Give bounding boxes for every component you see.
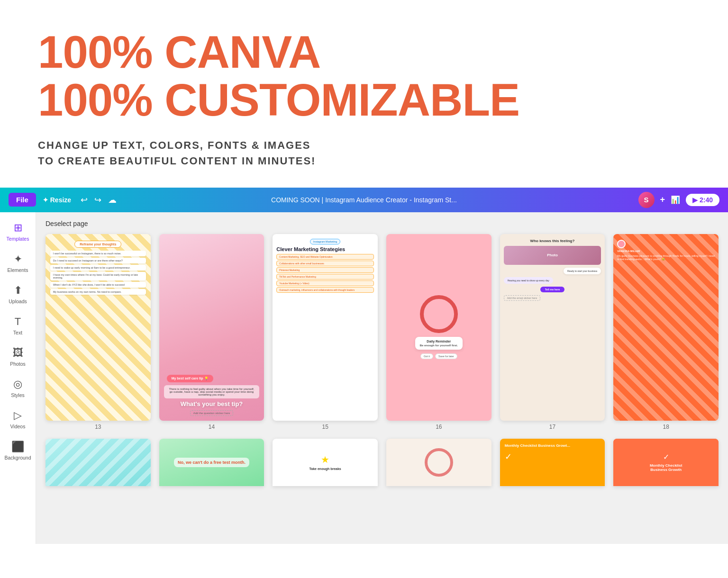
slide-b2[interactable]: No, we can't do a free test month. bbox=[159, 439, 264, 486]
slide-wrapper-b3: ★ Take enough breaks bbox=[273, 439, 378, 486]
slide-b5[interactable]: Monthly Checklist Business Growt... ✓ bbox=[500, 439, 605, 486]
slide-17[interactable]: Who knows this feeling? Photo Ready to s… bbox=[500, 234, 605, 421]
slide-b5-content: Monthly Checklist Business Growt... ✓ bbox=[500, 439, 605, 486]
templates-icon: ⊞ bbox=[14, 222, 22, 234]
toolbar-right: S + 📊 ▶ 2:40 bbox=[638, 192, 719, 208]
user-avatar[interactable]: S bbox=[638, 192, 655, 208]
slide-num-16: 16 bbox=[436, 424, 442, 430]
slide-15-tag: Pinterest Marketing bbox=[276, 267, 374, 273]
slide-num-14: 14 bbox=[209, 424, 215, 430]
checklist-icon: ✓ bbox=[505, 452, 601, 462]
slide-18-avatar bbox=[617, 240, 626, 248]
slide-num-13: 13 bbox=[95, 424, 101, 430]
toolbar-icons: ↩ ↪ ☁ bbox=[81, 195, 117, 205]
analytics-icon[interactable]: 📊 bbox=[671, 195, 680, 204]
slide-18-name: VANESSA MILLER bbox=[617, 250, 715, 253]
slide-b2-text: No, we can't do a free test month. bbox=[174, 458, 249, 467]
slide-17-cta-button[interactable]: Tell me here bbox=[540, 287, 565, 292]
resize-button[interactable]: ✦ Resize bbox=[43, 196, 71, 204]
slide-15-tag: Youtube Marketing (+ Video) bbox=[276, 280, 374, 286]
slide-13-items: I won't be successful on Instagram, ther… bbox=[50, 251, 146, 295]
slide-13-item: I have my own times where I'm at my best… bbox=[50, 272, 146, 280]
redo-icon[interactable]: ↪ bbox=[94, 195, 101, 205]
sidebar-item-uploads[interactable]: ⬆ Uploads bbox=[2, 280, 34, 309]
slide-15-tag: TikTok and Performance Marketing bbox=[276, 274, 374, 280]
slide-num-18: 18 bbox=[663, 424, 669, 430]
canvas-area: Deselect page Reframe your thoughts I wo… bbox=[36, 212, 728, 544]
slide-wrapper-13: Reframe your thoughts I won't be success… bbox=[46, 234, 151, 430]
file-menu[interactable]: File bbox=[9, 193, 36, 207]
slide-b4[interactable] bbox=[386, 439, 491, 486]
elements-icon: ✦ bbox=[14, 253, 22, 265]
slide-14[interactable]: My best self care tip 💡 There is nothing… bbox=[159, 234, 264, 421]
sidebar-item-background[interactable]: ⬛ Background bbox=[2, 436, 34, 465]
slide-13-item: When I don't do XYZ like she does, I won… bbox=[50, 282, 146, 288]
slide-16-buttons: Got it Save for later bbox=[420, 353, 457, 359]
slide-18[interactable]: VANESSA MILLER My guilty business pleasu… bbox=[613, 234, 719, 421]
slide-17-sticker: Add the emoji sticker here bbox=[504, 295, 541, 301]
hero-subtitle: CHANGE UP TEXT, COLORS, FONTS & IMAGES T… bbox=[38, 137, 690, 169]
slide-wrapper-15: Instagram Marketing Clever Marketing Str… bbox=[273, 234, 378, 430]
styles-icon: ◎ bbox=[13, 378, 22, 390]
slide-16-decorative-circle bbox=[420, 295, 458, 333]
sidebar-item-photos[interactable]: 🖼 Photos bbox=[2, 342, 34, 371]
slide-16-card-title: Daily Reminder bbox=[420, 340, 458, 343]
slide-b6[interactable]: ✓ Monthly ChecklistBusiness Growth bbox=[613, 439, 719, 486]
sidebar: ⊞ Templates ✦ Elements ⬆ Uploads T Text … bbox=[0, 212, 36, 544]
sidebar-item-styles[interactable]: ◎ Styles bbox=[2, 373, 34, 403]
slide-14-question: What's your best tip? bbox=[181, 400, 243, 407]
editor-toolbar: File ✦ Resize ↩ ↪ ☁ COMING SOON | Instag… bbox=[0, 188, 728, 212]
slide-b5-title: Monthly Checklist Business Growt... bbox=[505, 443, 601, 448]
slide-16-gotit-btn[interactable]: Got it bbox=[420, 353, 433, 359]
slide-18-text: My guilty business pleasure is scrolling… bbox=[617, 254, 715, 262]
slide-13-item: Do I need to succeed on Instagram or are… bbox=[50, 258, 146, 263]
slide-15-tag: Outreach marketing, influencers and coll… bbox=[276, 287, 374, 293]
slide-15-tag: Content Marketing, SEO and Website Optim… bbox=[276, 254, 374, 260]
slide-15-tag: Collaborations with other small business… bbox=[276, 261, 374, 266]
slide-16[interactable]: Daily Reminder Be enough for yourself fi… bbox=[386, 234, 491, 421]
slides-row2: No, we can't do a free test month. ★ Tak… bbox=[46, 439, 719, 486]
slide-b3-content: ★ Take enough breaks bbox=[273, 439, 378, 486]
slide-16-savelater-btn[interactable]: Save for later bbox=[435, 353, 457, 359]
slide-15-tags: Content Marketing, SEO and Website Optim… bbox=[276, 254, 374, 293]
slide-b4-circle bbox=[425, 448, 453, 477]
slide-b6-title: Monthly ChecklistBusiness Growth bbox=[646, 463, 686, 472]
sidebar-item-elements[interactable]: ✦ Elements bbox=[2, 248, 34, 278]
slides-row1: Reframe your thoughts I won't be success… bbox=[46, 234, 719, 430]
text-icon: T bbox=[15, 316, 21, 328]
sidebar-item-videos[interactable]: ▷ Videos bbox=[2, 405, 34, 434]
present-button[interactable]: ▶ 2:40 bbox=[686, 194, 719, 206]
slide-15[interactable]: Instagram Marketing Clever Marketing Str… bbox=[273, 234, 378, 421]
star-icon: ★ bbox=[321, 454, 329, 465]
slide-17-bubble2: Hearing you need to show up every day bbox=[504, 277, 553, 284]
photos-icon: 🖼 bbox=[13, 347, 23, 359]
slide-b6-content: ✓ Monthly ChecklistBusiness Growth bbox=[613, 439, 719, 486]
slide-14-badge: My best self care tip 💡 bbox=[167, 375, 213, 382]
sidebar-item-text[interactable]: T Text bbox=[2, 311, 34, 340]
slide-15-title: Clever Marketing Strategies bbox=[276, 246, 374, 252]
slide-13[interactable]: Reframe your thoughts I won't be success… bbox=[46, 234, 151, 421]
slide-b3[interactable]: ★ Take enough breaks bbox=[273, 439, 378, 486]
slide-num-17: 17 bbox=[549, 424, 555, 430]
undo-icon[interactable]: ↩ bbox=[81, 195, 88, 205]
background-icon: ⬛ bbox=[11, 441, 24, 453]
add-collaborator-icon[interactable]: + bbox=[660, 195, 665, 205]
uploads-icon: ⬆ bbox=[14, 284, 22, 297]
videos-icon: ▷ bbox=[14, 409, 22, 422]
slide-17-title: Who knows this feeling? bbox=[530, 239, 575, 243]
slide-13-item: I need to wake up early morning at 6am t… bbox=[50, 265, 146, 271]
slide-wrapper-18: VANESSA MILLER My guilty business pleasu… bbox=[613, 234, 719, 430]
slide-14-sticker: Add the question sticker here bbox=[190, 410, 234, 416]
slide-b3-text: Take enough breaks bbox=[309, 467, 341, 470]
slide-13-item: I won't be successful on Instagram, ther… bbox=[50, 251, 146, 256]
slide-wrapper-b5: Monthly Checklist Business Growt... ✓ bbox=[500, 439, 605, 486]
sidebar-item-templates[interactable]: ⊞ Templates bbox=[2, 217, 34, 246]
slide-b1[interactable] bbox=[46, 439, 151, 486]
slide-16-reminder-card: Daily Reminder Be enough for yourself fi… bbox=[415, 337, 463, 350]
deselect-page-label[interactable]: Deselect page bbox=[46, 220, 719, 227]
slide-b4-content bbox=[386, 439, 491, 486]
slide-num-15: 15 bbox=[322, 424, 328, 430]
cloud-icon[interactable]: ☁ bbox=[108, 195, 117, 205]
slide-13-badge: Reframe your thoughts bbox=[74, 241, 121, 248]
hero-title-line1: 100% CANVA 100% CUSTOMIZABLE bbox=[38, 28, 690, 124]
